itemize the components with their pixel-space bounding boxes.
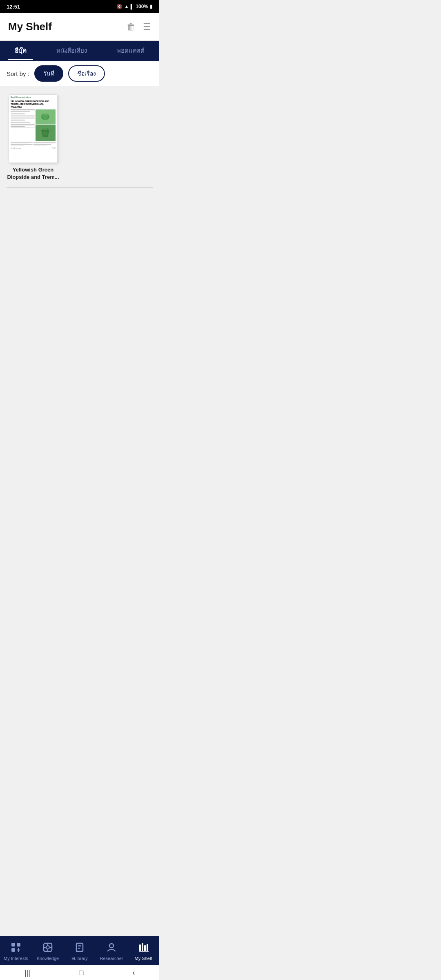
sort-date-button[interactable]: วันที่ (34, 65, 63, 82)
battery-icon: ▮ (150, 4, 153, 9)
delete-button[interactable]: 🗑 (127, 22, 136, 32)
tab-audiobook[interactable]: หนังสือเสียง (50, 42, 94, 60)
book-cover: Rapid Communications Yellowish Green Dio… (9, 94, 58, 163)
list-item[interactable]: Rapid Communications Yellowish Green Dio… (7, 94, 60, 181)
sort-row: Sort by : วันที่ ชื่อเรื่อง (0, 61, 159, 86)
book-grid: Rapid Communications Yellowish Green Dio… (7, 94, 153, 181)
page-title: My Shelf (8, 20, 52, 33)
wifi-icon: ▲ (124, 4, 129, 9)
book-title: Yellowish Green Diopside and Trem... (7, 166, 60, 181)
mute-icon: 🔇 (116, 4, 122, 9)
battery-text: 100% (136, 4, 148, 9)
header-actions: 🗑 ☰ (127, 22, 151, 32)
content-area: Rapid Communications Yellowish Green Dio… (0, 86, 159, 323)
menu-button[interactable]: ☰ (143, 22, 151, 32)
time: 12:51 (7, 4, 20, 10)
status-icons: 🔇 ▲ ▌ 100% ▮ (116, 4, 153, 9)
article-cover-content: Rapid Communications Yellowish Green Dio… (9, 95, 57, 163)
header: My Shelf 🗑 ☰ (0, 13, 159, 41)
signal-icon: ▌ (131, 4, 134, 9)
content-divider (7, 187, 153, 188)
sort-label: Sort by : (7, 70, 29, 77)
status-bar: 12:51 🔇 ▲ ▌ 100% ▮ (0, 0, 159, 13)
tab-ebook[interactable]: อีบุ๊ค (8, 42, 33, 60)
svg-point-5 (43, 131, 48, 136)
sort-title-button[interactable]: ชื่อเรื่อง (68, 65, 105, 82)
tab-bar: อีบุ๊ค หนังสือเสียง พอดแคสต์ (0, 41, 159, 61)
tab-podcast[interactable]: พอดแคสต์ (110, 42, 151, 60)
